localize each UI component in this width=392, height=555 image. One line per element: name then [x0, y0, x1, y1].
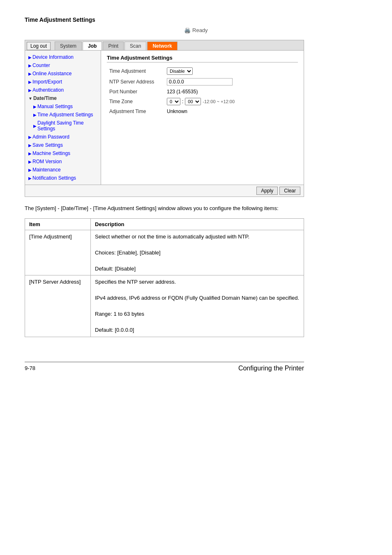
tab-print[interactable]: Print	[103, 42, 124, 50]
table-row: Time Adjustment Disable Enable	[107, 66, 298, 76]
ntp-server-address-input[interactable]	[167, 78, 233, 86]
arrow-icon: ▶	[33, 104, 37, 109]
arrow-icon: ▶	[28, 176, 32, 180]
arrow-icon: ▶	[28, 80, 32, 84]
table-row: Adjustment Time Unknown	[107, 107, 298, 116]
field-value-adjustment-time: Unknown	[164, 107, 298, 116]
arrow-icon: ▶	[28, 88, 32, 92]
settings-table: Time Adjustment Disable Enable NTP Serve…	[107, 66, 298, 116]
table-row: Port Number 123 (1-65535)	[107, 87, 298, 96]
description-cell: Select whether or not the time is automa…	[91, 230, 304, 275]
field-value-time-adjustment: Disable Enable	[164, 66, 298, 76]
tab-network[interactable]: Network	[147, 42, 177, 50]
sidebar-item-counter[interactable]: ▶ Counter	[25, 61, 101, 69]
table-header-row: Item Description	[25, 218, 304, 230]
item-cell: [Time Adjustment]	[25, 230, 91, 275]
timezone-hour-select[interactable]: 0	[167, 98, 180, 105]
info-table: Item Description [Time Adjustment] Selec…	[25, 218, 304, 337]
sidebar-item-manual-settings[interactable]: ▶ Manual Settings	[25, 102, 101, 111]
panel-content: ▶ Device Information ▶ Counter ▶ Online …	[25, 51, 304, 185]
field-label: Time Adjustment	[107, 66, 164, 76]
column-header-description: Description	[91, 218, 304, 230]
sidebar-item-maintenance[interactable]: ▶ Maintenance	[25, 166, 101, 174]
sidebar-item-save-settings[interactable]: ▶ Save Settings	[25, 141, 101, 149]
arrow-icon: ▶	[33, 113, 37, 117]
page-footer: 9-78 Configuring the Printer	[25, 362, 304, 372]
arrow-icon: ▶	[28, 63, 32, 68]
sidebar: ▶ Device Information ▶ Counter ▶ Online …	[25, 51, 101, 185]
printer-icon: 🖨️	[184, 27, 191, 33]
sidebar-item-datetime[interactable]: ▼ Date/Time	[25, 94, 101, 102]
tab-scan[interactable]: Scan	[125, 42, 146, 50]
arrow-icon: ▶	[28, 151, 32, 156]
field-value-timezone: 0 : 00 -12:00 ~ +12:00	[164, 96, 298, 107]
arrow-icon: ▶	[28, 143, 32, 148]
arrow-icon: ▶	[28, 160, 32, 164]
page-number: 9-78	[25, 365, 35, 371]
field-label: NTP Server Address	[107, 76, 164, 87]
clear-button[interactable]: Clear	[279, 187, 300, 195]
field-value-ntp	[164, 76, 298, 87]
apply-button[interactable]: Apply	[256, 187, 278, 195]
sidebar-item-admin-password[interactable]: ▶ Admin Password	[25, 133, 101, 141]
tab-system[interactable]: System	[55, 42, 82, 50]
tab-job[interactable]: Job	[83, 42, 102, 50]
main-content-area: Time Adjustment Settings Time Adjustment…	[101, 51, 304, 185]
description-cell: Specifies the NTP server address. IPv4 a…	[91, 275, 304, 337]
sidebar-item-online-assistance[interactable]: ▶ Online Assistance	[25, 69, 101, 78]
arrow-icon: ▶	[28, 55, 32, 60]
description-text: The [System] - [Date/Time] - [Time Adjus…	[25, 204, 304, 213]
logout-button[interactable]: Log out	[27, 42, 51, 50]
sidebar-item-device-information[interactable]: ▶ Device Information	[25, 53, 101, 61]
sidebar-item-notification-settings[interactable]: ▶ Notification Settings	[25, 174, 101, 182]
arrow-down-icon: ▼	[28, 96, 32, 101]
arrow-icon: ▶	[28, 168, 32, 172]
sidebar-item-daylight-saving[interactable]: ▶ Daylight Saving Time Settings	[25, 119, 101, 133]
field-label: Time Zone	[107, 96, 164, 107]
field-label: Port Number	[107, 87, 164, 96]
sidebar-item-machine-settings[interactable]: ▶ Machine Settings	[25, 149, 101, 157]
table-row: [Time Adjustment] Select whether or not …	[25, 230, 304, 275]
section-title: Time Adjustment Settings	[107, 55, 298, 62]
footer-title: Configuring the Printer	[238, 365, 304, 372]
field-value-port: 123 (1-65535)	[164, 87, 298, 96]
timezone-minute-select[interactable]: 00	[185, 98, 201, 105]
arrow-icon: ▶	[28, 72, 32, 76]
sidebar-item-rom-version[interactable]: ▶ ROM Version	[25, 157, 101, 166]
sidebar-item-import-export[interactable]: ▶ Import/Export	[25, 78, 101, 86]
table-row: NTP Server Address	[107, 76, 298, 87]
ready-status: 🖨️ Ready	[25, 27, 367, 33]
item-cell: [NTP Server Address]	[25, 275, 91, 337]
arrow-icon: ▶	[33, 124, 37, 128]
sidebar-item-authentication[interactable]: ▶ Authentication	[25, 86, 101, 94]
page-title: Time Adjustment Settings	[25, 16, 367, 23]
sidebar-item-time-adjustment-settings[interactable]: ▶ Time Adjustment Settings	[25, 111, 101, 119]
port-value: 123 (1-65535)	[167, 89, 198, 95]
table-row: Time Zone 0 : 00 -12:00 ~ +12:00	[107, 96, 298, 107]
panel-footer: Apply Clear	[25, 185, 304, 197]
arrow-icon: ▶	[28, 135, 32, 139]
time-adjustment-select[interactable]: Disable Enable	[167, 67, 193, 75]
table-row: [NTP Server Address] Specifies the NTP s…	[25, 275, 304, 337]
column-header-item: Item	[25, 218, 91, 230]
ui-panel: Log out System Job Print Scan Network ▶ …	[25, 40, 304, 197]
field-label: Adjustment Time	[107, 107, 164, 116]
tab-bar: Log out System Job Print Scan Network	[25, 40, 304, 51]
